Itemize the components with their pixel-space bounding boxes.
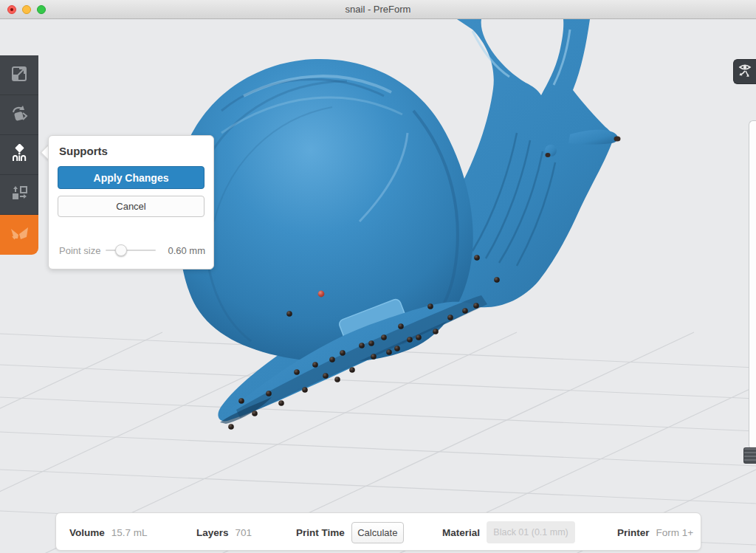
support-point[interactable]: [359, 343, 365, 348]
support-point[interactable]: [349, 367, 355, 373]
print-time-label: Print Time: [296, 527, 345, 538]
tool-supports[interactable]: [0, 135, 38, 175]
point-size-slider-track[interactable]: [106, 250, 156, 251]
titlebar: snail - PreForm: [0, 0, 756, 19]
printer-value: Form 1+: [656, 527, 694, 538]
layer-slider-track[interactable]: [749, 120, 756, 450]
tool-orient[interactable]: [0, 95, 38, 135]
supports-panel: Supports Apply Changes Cancel Point size…: [48, 135, 214, 269]
support-point[interactable]: [447, 315, 453, 320]
support-point[interactable]: [416, 334, 422, 340]
point-size-value: 0.60 mm: [164, 245, 205, 256]
preform-window: snail - PreForm: [0, 0, 756, 553]
material-select-button[interactable]: Black 01 (0.1 mm): [487, 521, 575, 543]
support-point[interactable]: [334, 377, 340, 382]
apply-changes-button[interactable]: Apply Changes: [58, 166, 205, 189]
support-point[interactable]: [368, 340, 374, 346]
eye-rotate-icon: [737, 61, 753, 82]
layer-slider-handle[interactable]: [743, 447, 756, 464]
point-size-slider-handle[interactable]: [115, 244, 127, 256]
support-point[interactable]: [494, 277, 500, 283]
support-point[interactable]: [278, 400, 284, 406]
snail-lower-tentacle-tip: [614, 137, 621, 142]
support-point[interactable]: [433, 329, 439, 334]
layers-label: Layers: [196, 527, 229, 538]
support-point[interactable]: [329, 357, 335, 363]
support-point[interactable]: [462, 308, 468, 314]
tool-size[interactable]: [0, 55, 38, 95]
support-point[interactable]: [394, 346, 400, 351]
snail-eye-bump-tip: [546, 153, 551, 157]
volume-value: 15.7 mL: [111, 527, 148, 538]
support-point[interactable]: [228, 424, 234, 430]
support-point[interactable]: [386, 349, 392, 355]
layout-icon: [10, 184, 29, 206]
tool-print[interactable]: [0, 215, 38, 255]
support-point[interactable]: [312, 362, 318, 368]
material-field: Material Black 01 (0.1 mm): [442, 513, 575, 552]
layers-field: Layers 701: [196, 513, 252, 552]
left-toolbar: [0, 55, 38, 255]
support-point[interactable]: [427, 303, 433, 309]
printer-label: Printer: [617, 527, 650, 538]
printer-field: Printer Form 1+: [617, 513, 693, 552]
selected-support-point[interactable]: [318, 291, 325, 298]
support-point[interactable]: [286, 311, 292, 317]
support-point[interactable]: [398, 323, 404, 329]
snail-model[interactable]: [177, 19, 620, 424]
support-point[interactable]: [238, 398, 244, 404]
support-point[interactable]: [302, 387, 308, 393]
window-title: snail - PreForm: [0, 4, 756, 15]
cancel-button[interactable]: Cancel: [58, 196, 205, 217]
volume-label: Volume: [69, 527, 105, 538]
print-time-field: Print Time Calculate: [296, 513, 404, 552]
supports-icon: [10, 144, 29, 166]
rotate-icon: [10, 104, 29, 126]
support-point[interactable]: [252, 411, 258, 416]
support-point[interactable]: [323, 373, 329, 379]
support-point[interactable]: [340, 350, 346, 356]
support-point[interactable]: [381, 334, 387, 340]
view-orientation-button[interactable]: [733, 59, 756, 84]
volume-field: Volume 15.7 mL: [69, 513, 148, 552]
support-point[interactable]: [266, 391, 272, 396]
scale-icon: [10, 64, 29, 86]
tool-layout[interactable]: [0, 175, 38, 215]
layers-value: 701: [236, 527, 252, 538]
material-label: Material: [442, 527, 480, 538]
supports-panel-title: Supports: [59, 145, 108, 157]
status-bar: Volume 15.7 mL Layers 701 Print Time Cal…: [55, 512, 701, 551]
support-point[interactable]: [407, 337, 413, 343]
point-size-label: Point size: [59, 245, 100, 256]
print-butterfly-icon: [8, 223, 30, 247]
support-point[interactable]: [371, 354, 377, 360]
support-point[interactable]: [294, 369, 300, 375]
support-point[interactable]: [473, 303, 479, 309]
calculate-button[interactable]: Calculate: [351, 522, 404, 543]
support-point[interactable]: [474, 255, 480, 261]
viewport-3d[interactable]: [0, 0, 756, 553]
